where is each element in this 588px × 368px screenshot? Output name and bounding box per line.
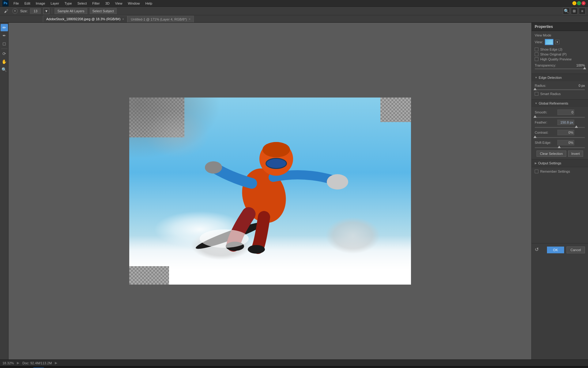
menu-layer[interactable]: Layer [48, 1, 62, 6]
maximize-button[interactable]: □ [577, 1, 581, 5]
menu-type[interactable]: Type [62, 1, 74, 6]
doc-info: Doc: 92.4M/113.2M [22, 361, 52, 365]
contrast-row: Contrast: [535, 130, 585, 135]
show-edge-checkbox[interactable] [535, 48, 538, 51]
menu-window[interactable]: Window [125, 1, 142, 6]
edge-detection-content: Radius: 0 px Smart Radius [532, 81, 588, 99]
menu-filter[interactable]: Filter [90, 1, 102, 6]
show-original-label: Show Original (P) [540, 52, 567, 56]
contrast-slider-track[interactable] [535, 137, 585, 138]
contrast-slider-thumb[interactable] [533, 136, 537, 138]
shift-edge-input[interactable] [557, 140, 574, 145]
contrast-label: Contrast: [535, 131, 556, 134]
smooth-row: Smooth: [535, 109, 585, 115]
feather-slider-track[interactable] [535, 127, 585, 128]
separator-1 [52, 8, 52, 14]
smart-radius-row: Smart Radius [535, 92, 585, 96]
transparency-slider-track[interactable] [535, 68, 585, 69]
layout-icon[interactable]: ⊞ [571, 8, 578, 14]
doc-arrow[interactable]: ▶ [55, 361, 57, 365]
properties-panel: Properties View Mode View: ▼ Show Edge (… [531, 23, 588, 359]
feather-input[interactable] [557, 120, 574, 125]
add-to-selection[interactable]: + [12, 8, 18, 14]
status-arrow[interactable]: ▶ [17, 361, 19, 365]
menu-file[interactable]: File [11, 1, 21, 6]
tab-untitled-close[interactable]: × [189, 17, 190, 21]
feather-slider-thumb[interactable] [575, 125, 578, 128]
reset-icon[interactable]: ↺ [535, 247, 539, 253]
radius-slider-container [535, 89, 585, 90]
sample-all-layers-button[interactable]: Sample All Layers [55, 8, 87, 14]
remember-settings-checkbox[interactable] [535, 170, 538, 173]
search-icon[interactable]: 🔍 [563, 8, 570, 14]
select-subject-button[interactable]: Select Subject [90, 8, 117, 14]
radius-row: Radius: 0 px [535, 84, 585, 87]
tab-adobestock-close[interactable]: × [122, 17, 124, 21]
smooth-slider-track[interactable] [535, 117, 585, 118]
clear-selection-button[interactable]: Clear Selection [537, 151, 566, 157]
menu-edit[interactable]: Edit [22, 1, 33, 6]
feather-row: Feather: [535, 120, 585, 125]
view-preview-thumbnail[interactable] [545, 39, 553, 45]
remember-settings-label: Remember Settings [540, 170, 570, 173]
menu-view[interactable]: View [113, 1, 125, 6]
high-quality-checkbox[interactable] [535, 57, 538, 61]
global-refinements-arrow: ▼ [535, 102, 537, 105]
shift-edge-slider-thumb[interactable] [558, 146, 561, 148]
contrast-slider-container [535, 137, 585, 138]
show-edge-row: Show Edge (J) [535, 48, 585, 51]
smooth-input[interactable] [557, 109, 574, 115]
tool-sep-1 [1, 48, 7, 49]
tool-lasso[interactable]: ⟳ [1, 50, 8, 57]
global-refinements-header[interactable]: ▼ Global Refinements [532, 100, 588, 107]
ps-logo: Ps [2, 0, 9, 6]
grid-icon[interactable]: ≡ [579, 8, 586, 14]
close-button[interactable]: × [582, 1, 586, 5]
tool-hand[interactable]: ✋ [1, 58, 8, 65]
taskbar-app-chrome[interactable] [45, 367, 56, 368]
taskbar-app-firefox[interactable] [56, 367, 67, 368]
tool-eraser[interactable]: ◻ [1, 40, 8, 47]
output-settings-header[interactable]: ▶ Output Settings [532, 159, 588, 167]
tab-untitled[interactable]: Untitled-1 @ 171% (Layer 4, RGB/8*) × [127, 16, 194, 22]
view-dropdown-arrow[interactable]: ▼ [555, 40, 560, 44]
taskbar-app-outlook[interactable]: O [80, 367, 91, 368]
show-original-checkbox[interactable] [535, 52, 538, 56]
tool-brush[interactable]: ✏ [1, 24, 8, 31]
transparency-slider-thumb[interactable] [583, 67, 586, 69]
menu-image[interactable]: Image [33, 1, 48, 6]
minimize-button[interactable]: − [572, 1, 576, 5]
brush-tool-options[interactable]: 🖌 [2, 7, 10, 15]
edge-detection-header[interactable]: ▼ Edge Detection [532, 74, 588, 81]
shift-edge-slider-track[interactable] [535, 147, 585, 148]
menu-3d[interactable]: 3D [103, 1, 112, 6]
taskbar-app-edge[interactable]: e [33, 367, 44, 368]
tab-adobestock[interactable]: AdobeStock_188092208.jpeg @ 18.3% (RGB/8… [43, 16, 127, 22]
tool-zoom[interactable]: 🔍 [1, 66, 8, 73]
right-options: 🔍 ⊞ ≡ [563, 8, 586, 14]
edge-detection-label: Edge Detection [539, 76, 562, 79]
smooth-slider-thumb[interactable] [533, 115, 537, 118]
size-input[interactable] [30, 8, 41, 14]
radius-slider-track[interactable] [535, 89, 585, 90]
invert-button[interactable]: Invert [568, 151, 583, 157]
smart-radius-label: Smart Radius [540, 92, 561, 96]
contrast-input[interactable] [557, 130, 574, 135]
tool-pencil[interactable]: ✒ [1, 32, 8, 39]
output-settings-section: ▶ Output Settings [532, 159, 588, 167]
radius-slider-thumb[interactable] [533, 88, 537, 90]
taskbar-app-explorer[interactable] [68, 367, 79, 368]
menu-select[interactable]: Select [75, 1, 89, 6]
menu-help[interactable]: Help [143, 1, 155, 6]
canvas-image [129, 98, 411, 285]
smart-radius-checkbox[interactable] [535, 92, 538, 96]
view-mode-section: View Mode View: ▼ Show Edge (J) Show Ori… [532, 31, 588, 74]
show-original-row: Show Original (P) [535, 52, 585, 56]
size-arrow[interactable]: ▼ [43, 8, 49, 14]
status-bar: 18.32% ▶ Doc: 92.4M/113.2M ▶ [0, 359, 588, 366]
cancel-button[interactable]: Cancel [567, 247, 585, 253]
ok-button[interactable]: OK [547, 247, 564, 253]
svg-point-7 [266, 159, 286, 168]
taskbar-app-files[interactable] [91, 367, 102, 368]
radius-label: Radius: [535, 84, 556, 87]
